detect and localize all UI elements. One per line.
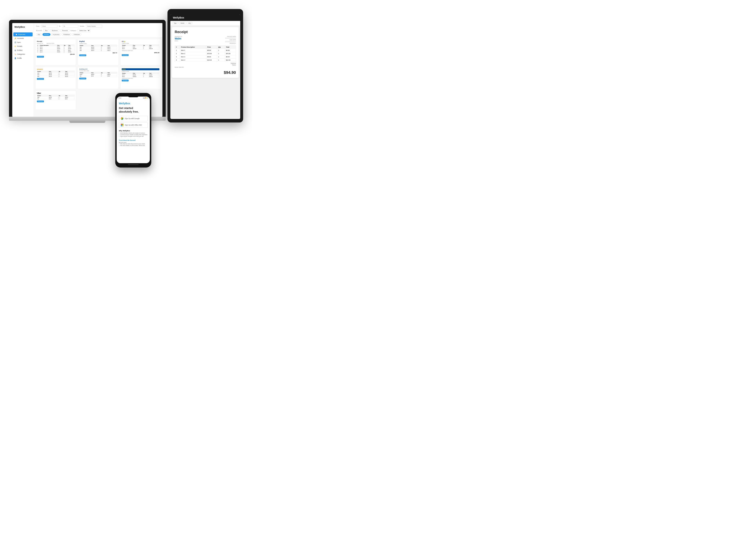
phone-home-indicator	[128, 164, 139, 165]
tablet-content: Type Vendor Any Receipt INVOICE TO Walm …	[170, 21, 240, 118]
status-inprocess-btn[interactable]: In process	[51, 33, 61, 36]
invoice-date-value	[225, 38, 236, 39]
receipt-card-1-header: Receipt	[37, 41, 74, 42]
scene: WellyBox 📋 Expenses 🔑 Accounts 🔄 Sync	[9, 9, 243, 171]
col-num: #	[175, 46, 180, 49]
tablet-table-row: 4Item 4$15.001$10.00	[175, 59, 236, 62]
receipt-card-booking: booking.com PLACING SPACE HERE ProductPr…	[77, 67, 118, 89]
filter-personal-btn[interactable]: Personal	[60, 29, 69, 32]
ebay-table: ProductPriceQtyTotal Item 1$1002$200 Ite…	[122, 45, 159, 50]
receipt-card-amazon: amazon ProductPriceQtyTotal Item$25.001$…	[35, 67, 76, 89]
amazon-download[interactable]: Download	[37, 78, 44, 80]
status-irrelevant-btn[interactable]: Irrelevant	[72, 33, 81, 36]
receipt-card-1-table: #Product DescriptionPriceQtyTotal 1Item …	[37, 45, 74, 53]
categories-icon: 🏷️	[14, 54, 16, 55]
phone-office-btn[interactable]: Sign Up with Office 365	[119, 122, 148, 128]
ebay-total: $592.28	[122, 52, 159, 54]
tablet-invoice-to: INVOICE TO Walm 8840D...	[175, 36, 182, 44]
receipt-card-ebay: ebay COMPANY NAME ProductPriceQtyTotal I…	[120, 39, 161, 65]
phone-signal: ●●● 📶 🔋	[143, 97, 148, 98]
uber-table: ProductPriceQtyTotal Ride$18.001$18.00 T…	[37, 95, 74, 100]
tablet-body: WellyBox Type Vendor Any Receipt INVOICE…	[168, 9, 243, 122]
tablet-total: $94.90	[175, 70, 236, 75]
tablet-vendor-logo: Walm	[175, 37, 182, 40]
due-date-label: DUE DATE	[225, 39, 236, 41]
sidebar-item-categories[interactable]: 🏷️ Categories	[12, 52, 34, 56]
uber-download[interactable]: Download	[37, 100, 44, 102]
sidebar-item-profile[interactable]: 👤 Profile	[12, 56, 34, 60]
laptop-sidebar: WellyBox 📋 Expenses 🔑 Accounts 🔄 Sync	[12, 23, 34, 117]
sidebar-item-accounts[interactable]: 🔑 Accounts	[12, 36, 34, 40]
sidebar-item-portals[interactable]: 📁 Portals	[12, 44, 34, 48]
receipt-card-uber: Uber ProductPriceQtyTotal Ride$18.001$18…	[35, 90, 76, 110]
paypal-download[interactable]: Download	[79, 55, 86, 56]
tablet-notes: Notes: $94.90	[175, 67, 236, 68]
phone-trust-title: Trust Must Be Earned	[119, 139, 145, 141]
phone-trust-item-2: We never delete or send emails. Never ev…	[119, 145, 145, 146]
tablet-filter-vendor[interactable]: Vendor	[179, 22, 186, 24]
amazon-table: ProductPriceQtyTotal Item$25.001$25.00 I…	[37, 70, 74, 77]
tablet-logo: WellyBox	[173, 16, 184, 19]
sidebar-item-expenses[interactable]: 📋 Expenses	[13, 33, 33, 36]
ikea-download[interactable]: Download	[122, 79, 129, 81]
phone-headline: Get startedabsolutely free.	[119, 106, 139, 113]
status-any-btn[interactable]: Any	[36, 33, 42, 36]
receipt-card-paypal: PayPal COMPANY NAME ProductPriceQtyTotal…	[77, 39, 118, 65]
tablet-table-row: 3Item 3$5.001$5.00	[175, 55, 236, 59]
filter-any-btn[interactable]: Any	[44, 29, 49, 32]
toolbar-row3: Any Review In process Published Irreleva…	[36, 33, 160, 36]
receipt-card-1: Receipt INVOICE TO INVOICE DATE #Product…	[35, 39, 76, 65]
paypal-table: ProductPriceQtyTotal Item$20.001$20.00 I…	[79, 45, 117, 51]
tablet-filter-any[interactable]: Any	[187, 22, 192, 24]
vendor-label: Vendor	[80, 25, 84, 27]
ebay-download[interactable]: Download	[122, 54, 129, 56]
ebay-logo: ebay	[122, 41, 159, 42]
status-review-btn[interactable]: Review	[43, 33, 51, 36]
tablet-table-row: 2Item 2$70.001$70.00	[175, 52, 236, 55]
tablet-filter-type[interactable]: Type	[172, 22, 178, 24]
vendor-input[interactable]	[86, 25, 102, 28]
from-input[interactable]	[41, 25, 58, 28]
sidebar-item-entities[interactable]: 🏢 Entities	[12, 48, 34, 52]
invoice-vendor-id: 8840D...	[175, 40, 182, 42]
tablet-subtotal: SubtotalTaxes	[175, 63, 236, 66]
tablet-invoice-info: INVOICE DATE DUE DATE INVOICE #	[225, 36, 236, 44]
col-qty: Qty	[217, 46, 225, 49]
phone-trust-section: Trust Must Be Earned We will never: We o…	[119, 139, 145, 146]
filter-business-btn[interactable]: Business	[50, 29, 59, 32]
toolbar-row2: Accounts Any Business Personal Category …	[36, 29, 160, 32]
portals-icon: 📁	[14, 46, 16, 47]
sidebar-item-sync[interactable]: 🔄 Sync	[12, 40, 34, 44]
accounts-label: Accounts	[36, 30, 42, 31]
due-date-value	[225, 41, 236, 42]
phone-office-label: Sign Up with Office 365	[125, 124, 142, 126]
category-select[interactable]: Select One	[77, 29, 90, 32]
profile-icon: 👤	[14, 58, 16, 59]
booking-logo: booking.com	[79, 68, 117, 70]
toolbar-row1: From To Vendor	[36, 25, 160, 28]
laptop-logo: WellyBox	[12, 26, 34, 31]
phone-google-btn[interactable]: Sign Up with Google	[119, 116, 148, 121]
phone-trust-subtitle: We will never:	[119, 142, 145, 143]
from-label: From	[36, 25, 40, 27]
invoice-to-label: INVOICE TO	[175, 36, 182, 37]
phone-body: 10:10 ●●● 📶 🔋 WellyBox Get startedabsolu…	[115, 93, 151, 168]
tablet-receipt-title: Receipt	[175, 30, 236, 34]
booking-download[interactable]: Download	[79, 77, 86, 79]
receipt-card-1-download[interactable]: Download	[37, 56, 44, 58]
to-input[interactable]	[62, 25, 78, 28]
microsoft-icon	[121, 124, 123, 126]
col-desc: Product Description	[180, 46, 206, 49]
phone-brand: WellyBox	[119, 102, 130, 105]
tablet-header: WellyBox	[170, 14, 240, 21]
col-total: Total	[225, 46, 236, 49]
ikea-logo: IKEA	[122, 68, 159, 70]
phone-why-item-2: Connect all your emails to easily track …	[119, 134, 147, 135]
status-published-btn[interactable]: Published	[62, 33, 71, 36]
invoice-num-label: INVOICE #	[225, 43, 236, 44]
accounts-icon: 🔑	[14, 38, 16, 39]
phone-google-label: Sign Up with Google	[125, 118, 140, 119]
tablet-filter-row: Type Vendor Any	[170, 21, 240, 26]
phone-time: 10:10	[118, 97, 121, 98]
tablet-invoice-header: INVOICE TO Walm 8840D... INVOICE DATE DU…	[175, 36, 236, 44]
